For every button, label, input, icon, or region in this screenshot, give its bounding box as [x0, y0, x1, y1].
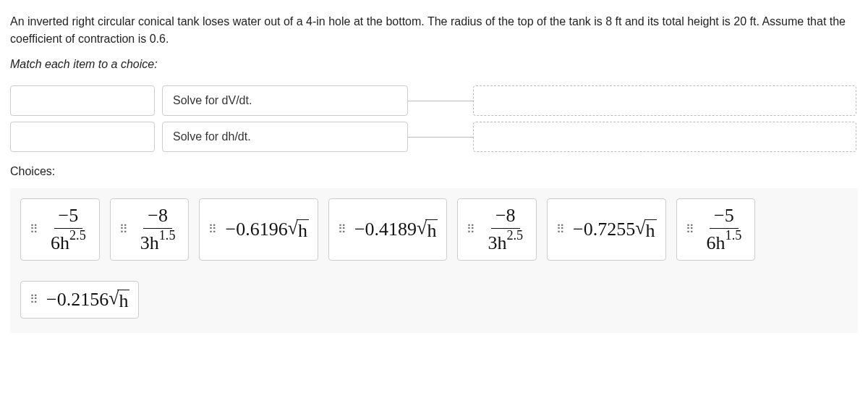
answer-slot-2[interactable]	[10, 122, 155, 152]
drag-handle-icon	[119, 227, 129, 232]
match-row: Solve for dh/dt.	[10, 122, 858, 152]
choice-card[interactable]: −0.2156√h	[20, 281, 139, 319]
drop-target-1[interactable]	[473, 85, 856, 116]
instruction-text: Match each item to a choice:	[10, 58, 858, 71]
choice-math-frac: −8 3h1.5	[136, 205, 180, 254]
match-label: Solve for dV/dt.	[173, 94, 252, 107]
choice-card[interactable]: −8 3h2.5	[457, 198, 537, 261]
problem-text: An inverted right circular conical tank …	[10, 13, 858, 48]
choices-row: −5 6h2.5 −8 3h1.5 −0.6196√h −0.	[20, 198, 848, 329]
choice-math-sqrt: −0.4189√h	[354, 217, 438, 242]
connector-line	[408, 137, 473, 138]
choice-math-frac: −5 6h2.5	[46, 205, 90, 254]
choice-math-sqrt: −0.6196√h	[225, 217, 308, 242]
choice-math-frac: −5 6h1.5	[702, 205, 746, 254]
drag-handle-icon	[467, 227, 476, 232]
drag-handle-icon	[208, 227, 218, 232]
match-area: Solve for dV/dt. Solve for dh/dt.	[10, 85, 858, 152]
answer-slot-1[interactable]	[10, 85, 155, 116]
choices-label: Choices:	[10, 165, 858, 178]
match-label: Solve for dh/dt.	[173, 130, 251, 143]
choice-math-sqrt: −0.2156√h	[46, 287, 129, 312]
drag-handle-icon	[30, 297, 39, 303]
drag-handle-icon	[556, 227, 566, 232]
match-label-box: Solve for dh/dt.	[162, 122, 408, 152]
choice-card[interactable]: −0.4189√h	[328, 198, 447, 261]
drag-handle-icon	[30, 227, 39, 232]
match-row: Solve for dV/dt.	[10, 85, 858, 116]
choice-math-frac: −8 3h2.5	[483, 205, 527, 254]
choice-card[interactable]: −0.6196√h	[199, 198, 318, 261]
choice-card[interactable]: −0.7255√h	[547, 198, 665, 261]
match-label-box: Solve for dV/dt.	[162, 85, 408, 116]
drag-handle-icon	[338, 227, 347, 232]
drop-target-2[interactable]	[473, 122, 856, 152]
choice-card[interactable]: −5 6h1.5	[676, 198, 756, 261]
choice-math-sqrt: −0.7255√h	[573, 217, 656, 242]
drag-handle-icon	[686, 227, 695, 232]
connector-line	[408, 101, 473, 101]
choice-card[interactable]: −5 6h2.5	[20, 198, 100, 261]
choice-card[interactable]: −8 3h1.5	[110, 198, 190, 261]
choices-container: −5 6h2.5 −8 3h1.5 −0.6196√h −0.	[10, 188, 858, 333]
